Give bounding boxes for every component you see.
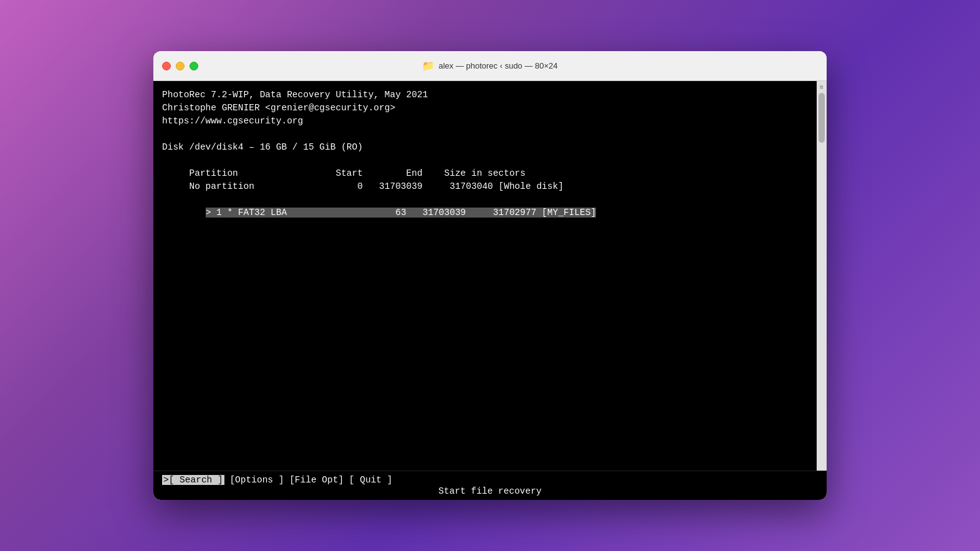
- term-line-5: Disk /dev/disk4 – 16 GB / 15 GiB (RO): [162, 141, 808, 154]
- maximize-button[interactable]: [190, 62, 198, 70]
- term-spacer-2: [162, 154, 808, 167]
- term-line-3: https://www.cgsecurity.org: [162, 115, 808, 128]
- traffic-lights: [162, 62, 198, 70]
- spacer-3: [343, 475, 349, 485]
- status-row: Start file recovery: [162, 486, 818, 496]
- menu-row: >[ Search ] [Options ] [File Opt] [ Quit…: [162, 475, 818, 485]
- minimize-button[interactable]: [176, 62, 185, 70]
- status-text: Start file recovery: [438, 486, 541, 496]
- close-button[interactable]: [162, 62, 171, 70]
- window-title: 📁 alex — photorec ‹ sudo — 80×24: [422, 60, 557, 72]
- term-line-2: Christophe GRENIER <grenier@cgsecurity.o…: [162, 102, 808, 115]
- search-button[interactable]: >[ Search ]: [162, 475, 224, 485]
- terminal-area: PhotoRec 7.2-WIP, Data Recovery Utility,…: [153, 81, 827, 471]
- options-button[interactable]: [Options ]: [229, 475, 284, 485]
- title-label: alex — photorec ‹ sudo — 80×24: [438, 61, 557, 70]
- scroll-up-icon[interactable]: ≡: [820, 84, 824, 90]
- term-line-1: PhotoRec 7.2-WIP, Data Recovery Utility,…: [162, 89, 808, 102]
- term-spacer-1: [162, 128, 808, 141]
- terminal-content[interactable]: PhotoRec 7.2-WIP, Data Recovery Utility,…: [153, 81, 817, 471]
- quit-button[interactable]: [ Quit ]: [349, 475, 393, 485]
- scrollbar[interactable]: ≡: [817, 81, 827, 471]
- spacer-1: [224, 475, 230, 485]
- bottom-bar: >[ Search ] [Options ] [File Opt] [ Quit…: [153, 471, 827, 500]
- term-line-selected: > 1 * FAT32 LBA 63 31703039 31702977 [MY…: [162, 193, 808, 232]
- spacer-2: [284, 475, 289, 485]
- selected-row-text: > 1 * FAT32 LBA 63 31703039 31702977 [MY…: [206, 208, 597, 218]
- term-line-no-partition: No partition 0 31703039 31703040 [Whole …: [162, 180, 808, 193]
- title-icon: 📁: [422, 60, 435, 72]
- file-opt-button[interactable]: [File Opt]: [289, 475, 343, 485]
- scrollbar-thumb[interactable]: [819, 93, 825, 143]
- titlebar: 📁 alex — photorec ‹ sudo — 80×24: [153, 51, 827, 81]
- term-line-header: Partition Start End Size in sectors: [162, 167, 808, 180]
- terminal-window: 📁 alex — photorec ‹ sudo — 80×24 PhotoRe…: [153, 51, 827, 500]
